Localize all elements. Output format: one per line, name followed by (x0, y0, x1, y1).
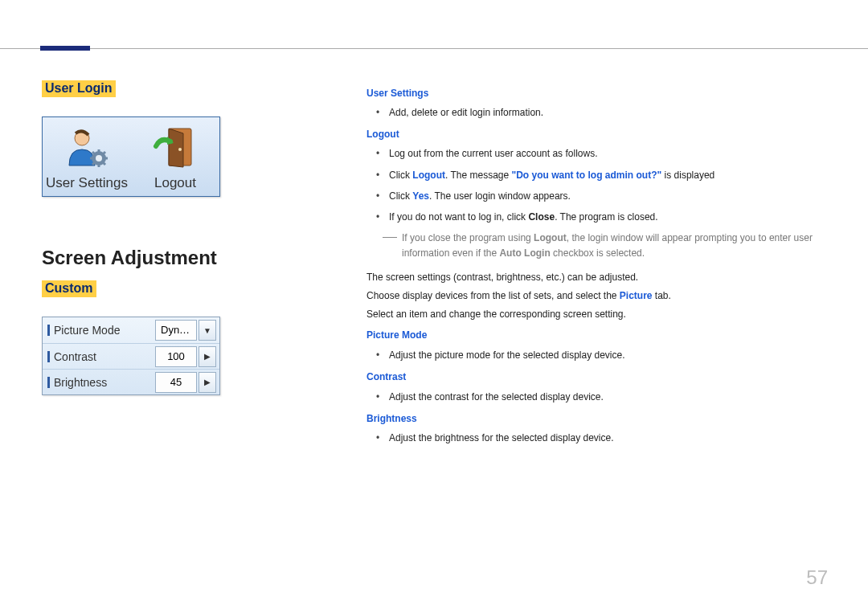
custom-settings-panel: Picture Mode Dyn… ▼ Contrast 100 ▶ Brigh… (42, 317, 220, 395)
right-column-screen-adjustment: The screen settings (contrast, brightnes… (366, 268, 833, 447)
list-item: If you do not want to log in, click Clos… (383, 209, 833, 225)
subheading-logout: Logout (366, 126, 833, 142)
logout-label: Logout (154, 175, 196, 191)
right-column-user-login: User Settings Add, delete or edit login … (366, 82, 833, 261)
heading-screen-adjustment: Screen Adjustment (42, 247, 227, 269)
user-settings-label: User Settings (46, 175, 128, 191)
subheading-brightness: Brightness (366, 410, 833, 428)
heading-user-login: User Login (42, 80, 116, 97)
body-text: Choose display devices from the list of … (366, 287, 833, 305)
list-item: Click Logout. The message "Do you want t… (383, 167, 833, 183)
note-text: If you close the program using Logout, t… (402, 231, 833, 261)
user-gear-icon (64, 125, 109, 172)
heading-custom: Custom (42, 280, 96, 297)
svg-line-9 (103, 152, 105, 154)
list-item: Adjust the brightness for the selected d… (383, 429, 833, 447)
picture-mode-dropdown[interactable]: Dyn… (155, 320, 197, 341)
note: If you close the program using Logout, t… (366, 231, 833, 261)
subheading-contrast: Contrast (366, 368, 833, 386)
subheading-user-settings: User Settings (366, 85, 833, 101)
door-exit-icon (153, 125, 198, 172)
settings-row: Contrast 100 ▶ (43, 343, 219, 369)
settings-row: Brightness 45 ▶ (43, 369, 219, 394)
settings-row: Picture Mode Dyn… ▼ (43, 317, 219, 343)
svg-line-8 (103, 162, 105, 165)
svg-line-7 (92, 152, 95, 154)
list-item: Click Yes. The user login window appears… (383, 188, 833, 204)
user-login-panel: User Settings Logout (42, 116, 220, 197)
logout-tile[interactable]: Logout (135, 125, 215, 191)
list-item: Add, delete or edit login information. (383, 104, 833, 121)
chevron-down-icon[interactable]: ▼ (199, 320, 216, 341)
body-text: The screen settings (contrast, brightnes… (366, 268, 833, 287)
left-column: User Login (42, 80, 227, 395)
list-item: Log out from the current user account as… (383, 145, 833, 161)
svg-point-12 (178, 148, 182, 151)
brightness-value[interactable]: 45 (155, 372, 197, 393)
list-item: Adjust the contrast for the selected dis… (383, 388, 833, 407)
header-rule (0, 48, 868, 49)
header-accent-bar (40, 46, 90, 51)
svg-point-2 (96, 155, 102, 161)
user-settings-tile[interactable]: User Settings (47, 125, 127, 191)
triangle-right-icon[interactable]: ▶ (199, 346, 216, 367)
body-text: Select an item and change the correspond… (366, 305, 833, 324)
note-dash-icon (383, 237, 397, 238)
page-number: 57 (806, 566, 828, 589)
contrast-value[interactable]: 100 (155, 346, 197, 367)
triangle-right-icon[interactable]: ▶ (199, 372, 216, 393)
brightness-label: Brightness (43, 376, 155, 389)
picture-mode-label: Picture Mode (43, 324, 155, 337)
list-item: Adjust the picture mode for the selected… (383, 346, 833, 365)
contrast-label: Contrast (43, 350, 155, 363)
subheading-picture-mode: Picture Mode (366, 326, 833, 345)
svg-line-10 (92, 162, 95, 165)
